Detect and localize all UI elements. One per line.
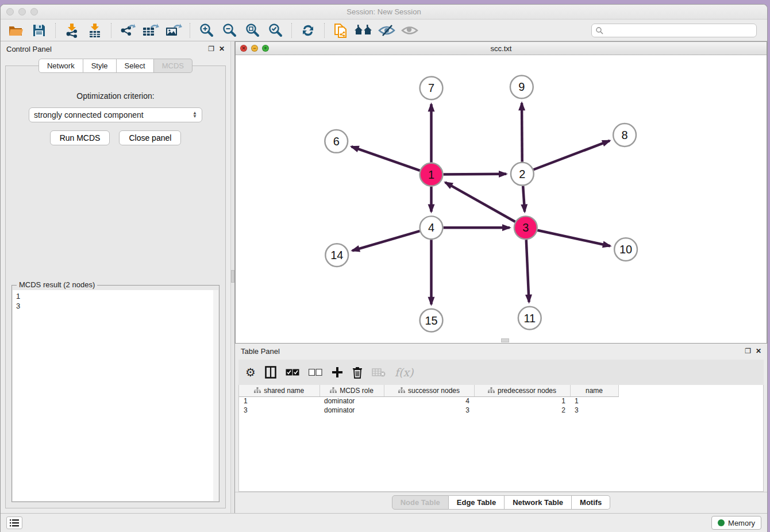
zoom-out-icon[interactable]	[220, 22, 239, 39]
graph-node-9[interactable]: 9	[510, 75, 533, 98]
graph-node-1[interactable]: 1	[420, 163, 443, 186]
table-row[interactable]: 1dominator411	[239, 396, 618, 406]
graph-node-4[interactable]: 4	[420, 216, 443, 239]
tab-select[interactable]: Select	[117, 59, 154, 73]
tab-node-table[interactable]: Node Table	[392, 495, 449, 510]
edge-2-3[interactable]	[523, 186, 525, 212]
search-icon	[595, 26, 603, 34]
column-header-MCDS-role[interactable]: MCDS role	[319, 385, 384, 396]
splitter-grip[interactable]	[231, 270, 234, 283]
close-panel-icon[interactable]: ✕	[219, 45, 225, 53]
tab-style[interactable]: Style	[83, 59, 117, 73]
table-cell[interactable]: dominator	[319, 396, 384, 406]
save-icon[interactable]	[29, 22, 49, 39]
graph-node-14[interactable]: 14	[325, 244, 348, 267]
export-image-icon[interactable]	[164, 22, 183, 39]
result-scrollbar[interactable]	[213, 290, 218, 501]
tab-mcds[interactable]: MCDS	[154, 59, 192, 73]
table-settings-gear-icon[interactable]: ⚙	[245, 365, 256, 380]
function-builder-icon[interactable]: f(x)	[395, 365, 414, 380]
criterion-dropdown[interactable]: strongly connected component ▲▼	[29, 107, 202, 122]
tab-network[interactable]: Network	[38, 59, 83, 73]
hide-selected-eye-icon[interactable]	[377, 22, 396, 39]
select-all-icon[interactable]	[286, 365, 299, 380]
close-panel-button[interactable]: Close panel	[119, 130, 181, 145]
import-network-icon[interactable]	[62, 22, 82, 39]
float-table-panel-icon[interactable]: ❐	[745, 347, 751, 355]
edge-2-8[interactable]	[533, 141, 610, 169]
network-resize-grip[interactable]	[501, 338, 509, 342]
graph-node-7[interactable]: 7	[420, 76, 443, 99]
search-field[interactable]	[591, 24, 757, 37]
table-cell[interactable]: 4	[384, 396, 474, 406]
node-table-container: shared nameMCDS rolesuccessor nodesprede…	[238, 385, 764, 492]
network-graph[interactable]: 7968124314101511	[236, 55, 767, 343]
delete-column-icon[interactable]	[352, 365, 363, 380]
export-table-icon[interactable]	[141, 22, 160, 39]
column-header-predecessor-nodes[interactable]: predecessor nodes	[474, 385, 570, 396]
duplicate-network-icon[interactable]	[331, 22, 351, 39]
edge-2-9[interactable]	[522, 103, 522, 162]
table-cell[interactable]: 1	[474, 396, 570, 406]
close-table-panel-icon[interactable]: ✕	[756, 347, 761, 355]
graph-node-15[interactable]: 15	[420, 309, 443, 332]
control-panel-header: Control Panel ❐ ✕	[1, 41, 230, 56]
table-cell[interactable]: 1	[239, 396, 319, 406]
show-columns-icon[interactable]	[265, 365, 276, 380]
tab-edge-table[interactable]: Edge Table	[449, 495, 505, 510]
table-cell[interactable]: 3	[570, 406, 618, 415]
zoom-in-icon[interactable]	[197, 22, 216, 39]
table-cell[interactable]: 1	[570, 396, 618, 406]
edge-1-2[interactable]	[443, 174, 506, 175]
deselect-all-icon[interactable]	[309, 365, 322, 380]
add-column-icon[interactable]	[332, 365, 343, 380]
show-all-eye-icon[interactable]	[400, 22, 419, 39]
first-neighbors-icon[interactable]	[354, 22, 374, 39]
open-folder-icon[interactable]	[6, 22, 26, 39]
node-label: 6	[333, 135, 340, 148]
export-network-icon[interactable]	[118, 22, 137, 39]
mcds-result-box: MCDS result (2 nodes) 1 3	[11, 285, 220, 502]
graph-node-3[interactable]: 3	[514, 216, 537, 239]
edge-4-14[interactable]	[352, 231, 419, 250]
graph-node-6[interactable]: 6	[325, 130, 348, 153]
table-panel-header: Table Panel ❐ ✕	[235, 344, 767, 358]
mcds-result-text[interactable]: 1 3	[13, 290, 218, 501]
edge-3-1[interactable]	[445, 182, 515, 222]
float-panel-icon[interactable]: ❐	[208, 45, 214, 53]
table-cell[interactable]: dominator	[319, 406, 384, 415]
zoom-selected-icon[interactable]	[265, 22, 285, 39]
import-table-icon[interactable]	[85, 22, 105, 39]
graph-node-2[interactable]: 2	[511, 163, 534, 186]
network-canvas[interactable]: 7968124314101511	[236, 55, 767, 343]
table-cell[interactable]: 3	[239, 406, 319, 415]
table-cell[interactable]: 2	[474, 406, 570, 415]
window-title: Session: New Session	[1, 7, 767, 16]
task-history-button[interactable]	[6, 516, 22, 529]
toolbar-separator	[291, 23, 292, 38]
column-header-successor-nodes[interactable]: successor nodes	[384, 385, 474, 396]
edge-3-11[interactable]	[526, 240, 529, 302]
zoom-fit-icon[interactable]	[242, 22, 262, 39]
table-cell[interactable]: 3	[384, 406, 474, 415]
refresh-icon[interactable]	[298, 22, 318, 39]
column-header-name[interactable]: name	[570, 385, 618, 396]
search-input[interactable]	[603, 26, 753, 34]
edge-3-10[interactable]	[537, 230, 610, 246]
result-line: 1	[16, 291, 215, 301]
memory-label: Memory	[728, 519, 755, 527]
column-header-shared-name[interactable]: shared name	[239, 385, 319, 396]
memory-button[interactable]: Memory	[711, 516, 761, 530]
run-mcds-button[interactable]: Run MCDS	[50, 130, 110, 145]
graph-node-10[interactable]: 10	[614, 238, 637, 261]
tab-motifs[interactable]: Motifs	[572, 495, 610, 510]
network-window-title: scc.txt	[236, 44, 767, 53]
graph-node-11[interactable]: 11	[518, 307, 541, 330]
graph-node-8[interactable]: 8	[613, 124, 636, 147]
node-table: shared nameMCDS rolesuccessor nodesprede…	[239, 385, 619, 415]
edge-1-6[interactable]	[352, 147, 420, 171]
delete-table-icon[interactable]	[372, 365, 386, 380]
table-row[interactable]: 3dominator323	[239, 406, 618, 415]
panel-splitter[interactable]	[230, 41, 235, 513]
tab-network-table[interactable]: Network Table	[505, 495, 572, 510]
